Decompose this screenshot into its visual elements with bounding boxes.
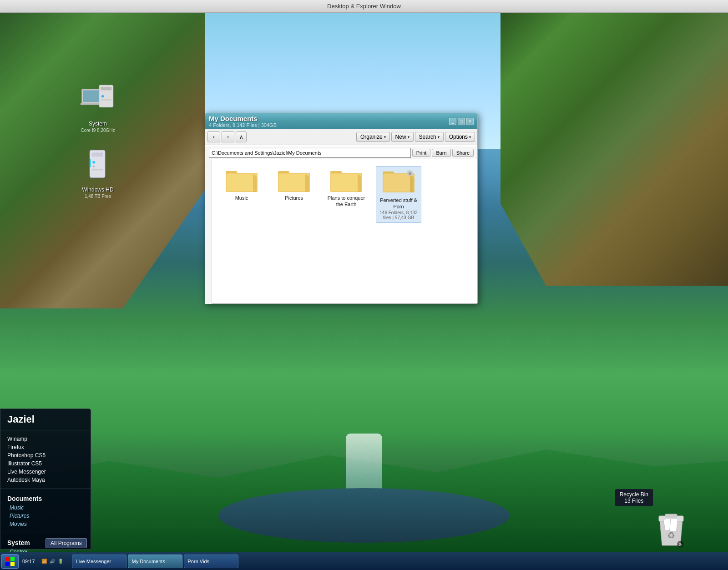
start-menu-panel: Jaziel Winamp Firefox Photoshop CS5 Illu… — [0, 409, 91, 550]
svg-rect-20 — [279, 174, 309, 191]
explorer-titlebar[interactable]: My Documents 4 Folders, 9,142 Files | 30… — [205, 113, 477, 129]
folder-lock-icon: ✕ — [407, 170, 413, 177]
title-bar: Desktop & Explorer Window — [0, 0, 728, 13]
documents-category[interactable]: Documents — [7, 494, 84, 504]
search-menu[interactable]: Search ▾ — [415, 132, 444, 142]
svg-rect-40 — [10, 562, 15, 566]
start-menu-divider — [0, 430, 91, 430]
system-icon-label: System — [71, 121, 125, 128]
app-photoshop[interactable]: Photoshop CS5 — [7, 451, 84, 459]
recycle-bin-name: Recycle Bin — [620, 491, 648, 498]
svg-rect-11 — [92, 169, 103, 171]
recycle-bin-icon: ♻ ⊘ — [655, 511, 687, 548]
address-bar: Print Burn Share — [205, 146, 477, 159]
folder-plans-label: Plans to conquer the Earth — [326, 195, 367, 208]
svg-rect-8 — [92, 152, 103, 156]
app-winamp[interactable]: Winamp — [7, 435, 84, 443]
taskbar-live-messenger[interactable]: Live Messenger — [72, 555, 126, 568]
start-menu-apps: Winamp Firefox Photoshop CS5 Illustrator… — [0, 433, 91, 486]
app-firefox[interactable]: Firefox — [7, 443, 84, 451]
folder-plans-icon — [330, 168, 362, 193]
svg-rect-1 — [83, 90, 101, 102]
folder-perverted-meta: 146 Folders, 8,133 files | 57,43 GB — [379, 210, 419, 220]
address-input[interactable] — [209, 148, 411, 158]
system-icon-image — [80, 81, 116, 117]
svg-text:♻: ♻ — [667, 530, 675, 540]
explorer-nav: ‹ › ∧ Organize ▾ New ▾ Search ▾ Options … — [205, 129, 477, 145]
docs-pictures[interactable]: Pictures — [7, 512, 84, 520]
recycle-bin[interactable]: Recycle Bin 13 Files ♻ ⊘ — [655, 511, 687, 550]
explorer-sidebar — [205, 159, 212, 304]
battery-icon[interactable]: 🔋 — [57, 558, 64, 565]
desktop: System Core I9 8,20GHz Windows HD 1,48 T… — [0, 13, 728, 570]
options-menu[interactable]: Options ▾ — [445, 132, 475, 142]
docs-movies[interactable]: Movies — [7, 520, 84, 528]
desktop-icon-system[interactable]: System Core I9 8,20GHz — [71, 81, 125, 133]
folder-perverted[interactable]: ✕ Perverted stuff & Porn 146 Folders, 8,… — [376, 166, 421, 223]
new-menu[interactable]: New ▾ — [391, 132, 414, 142]
svg-rect-39 — [5, 562, 10, 566]
explorer-subtitle: 4 Folders, 9,142 Files | 304GB — [209, 122, 449, 128]
network-icon[interactable]: 📶 — [41, 558, 47, 565]
start-menu-divider-3 — [0, 533, 91, 533]
organize-menu[interactable]: Organize ▾ — [356, 132, 390, 142]
start-menu-documents: Documents Music Pictures Movies — [0, 491, 91, 530]
porn-vids-label: Porn Vids — [188, 559, 210, 564]
folder-pictures-label: Pictures — [285, 195, 303, 201]
system-tray: 📶 🔊 🔋 — [39, 558, 66, 565]
folder-music-icon — [226, 168, 258, 193]
desktop-icon-windows-hd[interactable]: Windows HD 1,48 TB Free — [71, 147, 125, 199]
all-programs-button[interactable]: All Programs — [46, 538, 87, 548]
taskbar-time: 09:17 — [20, 557, 37, 565]
svg-rect-31 — [665, 514, 677, 517]
up-button[interactable]: ∧ — [236, 131, 247, 142]
taskbar-center: Live Messenger My Documents Porn Vids — [67, 555, 723, 568]
close-button[interactable]: ✕ — [466, 118, 474, 125]
svg-point-10 — [93, 166, 95, 167]
minimize-button[interactable]: _ — [449, 118, 456, 125]
taskbar-my-documents[interactable]: My Documents — [128, 555, 182, 568]
folder-view: Music Pictures — [212, 159, 477, 304]
svg-point-5 — [101, 95, 104, 97]
app-live-messenger[interactable]: Live Messenger — [7, 468, 84, 476]
maximize-button[interactable]: □ — [458, 118, 465, 125]
svg-text:⊘: ⊘ — [678, 542, 682, 547]
start-menu-username: Jaziel — [0, 409, 91, 428]
cliff-right — [500, 13, 728, 286]
windows-logo — [5, 556, 15, 566]
svg-rect-28 — [384, 174, 414, 192]
folder-music[interactable]: Music — [219, 166, 264, 223]
print-button[interactable]: Print — [412, 149, 431, 157]
forward-button[interactable]: › — [222, 131, 234, 142]
svg-rect-6 — [101, 99, 111, 101]
svg-rect-24 — [331, 174, 361, 191]
taskbar-left: 09:17 📶 🔊 🔋 — [1, 554, 66, 569]
folder-plans[interactable]: Plans to conquer the Earth — [324, 166, 369, 223]
folder-pictures[interactable]: Pictures — [271, 166, 317, 223]
svg-rect-12 — [90, 159, 91, 167]
folder-pictures-icon — [278, 168, 310, 193]
svg-rect-38 — [10, 557, 15, 561]
system-icon-sublabel: Core I9 8,20GHz — [71, 128, 125, 133]
app-autodesk-maya[interactable]: Autodesk Maya — [7, 476, 84, 484]
app-illustrator[interactable]: Illustrator CS5 — [7, 459, 84, 468]
taskbar-porn-vids[interactable]: Porn Vids — [184, 555, 238, 568]
svg-rect-4 — [101, 87, 111, 90]
start-button[interactable] — [1, 554, 19, 569]
docs-music[interactable]: Music — [7, 504, 84, 512]
share-button[interactable]: Share — [452, 149, 474, 157]
recycle-bin-tooltip: Recycle Bin 13 Files — [615, 489, 653, 506]
back-button[interactable]: ‹ — [207, 131, 220, 142]
sound-icon[interactable]: 🔊 — [49, 558, 56, 565]
live-messenger-label: Live Messenger — [76, 559, 111, 564]
start-menu-divider-2 — [0, 489, 91, 489]
explorer-content: Music Pictures — [205, 159, 477, 304]
my-documents-label: My Documents — [132, 559, 165, 564]
taskbar: 09:17 📶 🔊 🔋 Live Messenger My Documents … — [0, 552, 728, 570]
window-controls: _ □ ✕ — [449, 118, 474, 125]
windows-hd-icon-label: Windows HD — [71, 187, 125, 194]
explorer-window: My Documents 4 Folders, 9,142 Files | 30… — [205, 113, 478, 304]
water-pool — [218, 488, 510, 543]
burn-button[interactable]: Burn — [432, 149, 450, 157]
svg-point-9 — [92, 161, 95, 163]
